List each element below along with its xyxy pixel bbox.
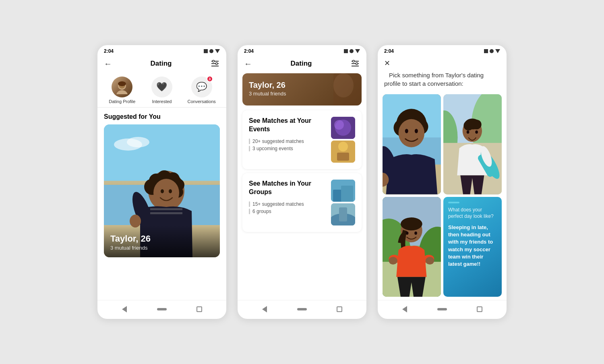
tab-conversations[interactable]: 💬 3 Conversations xyxy=(186,77,218,104)
events-thumb-2 xyxy=(331,141,355,163)
status-bar-2: 2:04 xyxy=(238,45,366,56)
match-card-groups[interactable]: See Matches in Your Groups 15+ suggested… xyxy=(242,173,362,232)
photo4-question: What does your perfect day look like? xyxy=(448,207,497,220)
status-icons-3 xyxy=(484,49,500,53)
svg-point-25 xyxy=(169,189,172,193)
match-card-events[interactable]: See Matches at Your Events 20+ suggested… xyxy=(242,110,362,169)
phone-3: 2:04 ✕ Pick something from Taylor's dati… xyxy=(378,45,507,319)
battery-icon-3 xyxy=(484,49,488,53)
back-nav-btn[interactable] xyxy=(120,304,129,314)
match-groups-stat-2: 6 groups xyxy=(249,209,327,214)
suggested-title: Suggested for You xyxy=(97,108,226,124)
nav-bar-1 xyxy=(97,300,226,319)
home-nav-btn[interactable] xyxy=(157,304,167,314)
svg-point-41 xyxy=(338,142,348,151)
svg-point-70 xyxy=(467,130,470,134)
groups-thumb-2-img xyxy=(331,203,355,225)
close-button[interactable]: ✕ xyxy=(384,59,390,68)
svg-point-56 xyxy=(399,119,424,147)
photo-cell-2[interactable] xyxy=(443,94,502,194)
card-name: Taylor, 26 xyxy=(110,234,213,244)
filter-icon-2[interactable] xyxy=(350,59,360,68)
back-nav-btn-2[interactable] xyxy=(260,304,269,314)
battery-icon xyxy=(204,49,208,53)
tab-interested[interactable]: 🖤 Interested xyxy=(146,77,178,104)
header-title-2: Dating xyxy=(291,60,312,68)
svg-point-39 xyxy=(334,120,344,130)
svg-rect-29 xyxy=(150,212,182,214)
wifi-icon xyxy=(215,49,220,53)
photo-cell-3[interactable] xyxy=(383,197,441,297)
svg-point-1 xyxy=(212,60,214,62)
nav-bar-3 xyxy=(378,300,507,319)
photo-3-svg xyxy=(383,197,441,297)
back-nav-icon-2 xyxy=(262,306,267,312)
svg-point-23 xyxy=(153,179,179,207)
match-groups-title: See Matches in Your Groups xyxy=(249,180,327,196)
svg-point-83 xyxy=(406,231,409,234)
phone3-header-row: ✕ xyxy=(378,56,507,69)
events-thumb-1-img xyxy=(331,117,355,139)
interested-icon-wrap: 🖤 xyxy=(151,77,172,97)
tab-dating-profile[interactable]: Dating Profile xyxy=(106,77,138,104)
back-button-1[interactable]: ← xyxy=(104,59,112,68)
svg-point-11 xyxy=(127,137,149,147)
match-groups-stats: 15+ suggested matches 6 groups xyxy=(249,201,327,214)
app-header-1: ← Dating xyxy=(97,56,226,73)
svg-point-31 xyxy=(352,60,354,62)
photo4-accent-bar xyxy=(448,202,459,203)
back-nav-btn-3[interactable] xyxy=(400,304,410,314)
back-nav-icon xyxy=(122,306,127,312)
battery-icon-2 xyxy=(344,49,348,53)
phone3-prompt: Pick something from Taylor's dating prof… xyxy=(384,72,484,87)
filter-icon-1[interactable] xyxy=(210,59,220,68)
status-icons-2 xyxy=(344,49,360,53)
recents-nav-btn[interactable] xyxy=(194,304,204,314)
status-bar-3: 2:04 xyxy=(378,45,507,56)
recents-icon-2 xyxy=(337,306,342,312)
wifi-icon-3 xyxy=(495,49,500,53)
tab-label-interested: Interested xyxy=(152,99,172,104)
recents-icon xyxy=(197,306,202,312)
groups-thumb-2 xyxy=(331,203,355,225)
svg-point-82 xyxy=(401,217,422,230)
phone2-body: Taylor, 26 3 mutual friends See Matches … xyxy=(238,73,366,300)
photo-cell-4[interactable]: What does your perfect day look like? Sl… xyxy=(443,197,502,297)
signal-icon xyxy=(209,49,213,53)
heart-icon: 🖤 xyxy=(156,82,167,92)
photo-1-svg xyxy=(383,94,441,194)
groups-thumb-1-img xyxy=(331,180,355,202)
back-nav-icon-3 xyxy=(402,306,407,312)
profile-banner[interactable]: Taylor, 26 3 mutual friends xyxy=(242,73,362,105)
svg-point-87 xyxy=(389,257,397,265)
svg-rect-45 xyxy=(341,186,353,202)
profile-icon-wrap xyxy=(112,77,132,97)
status-icons-1 xyxy=(204,49,220,53)
svg-point-69 xyxy=(472,120,481,129)
phone3-prompt-wrap: Pick something from Taylor's dating prof… xyxy=(378,69,507,93)
photo-cell-1[interactable] xyxy=(383,94,441,194)
banner-bg-texture xyxy=(309,73,362,105)
match-groups-stat-1: 15+ suggested matches xyxy=(249,201,327,207)
recents-nav-btn-2[interactable] xyxy=(335,304,344,314)
status-bar-1: 2:04 xyxy=(97,45,226,56)
home-nav-btn-2[interactable] xyxy=(297,304,307,314)
back-button-2[interactable]: ← xyxy=(244,59,252,68)
recents-nav-btn-3[interactable] xyxy=(475,304,484,314)
profile-card[interactable]: Taylor, 26 3 mutual friends xyxy=(104,124,220,257)
home-nav-btn-3[interactable] xyxy=(437,304,447,314)
time-1: 2:04 xyxy=(104,48,114,54)
wifi-icon-2 xyxy=(355,49,360,53)
events-thumb-1 xyxy=(331,117,355,139)
recents-icon-3 xyxy=(477,306,482,312)
svg-point-84 xyxy=(414,231,417,234)
phone-1: 2:04 ← Dating xyxy=(97,45,226,319)
phones-container: 2:04 ← Dating xyxy=(97,45,507,319)
events-thumb-2-img xyxy=(331,141,355,163)
svg-rect-42 xyxy=(337,153,349,161)
svg-point-57 xyxy=(405,129,408,133)
avatar-svg xyxy=(115,80,129,94)
svg-rect-28 xyxy=(150,208,182,210)
banner-mutual: 3 mutual friends xyxy=(249,91,355,97)
match-events-stats: 20+ suggested matches 3 upcoming events xyxy=(249,139,327,151)
